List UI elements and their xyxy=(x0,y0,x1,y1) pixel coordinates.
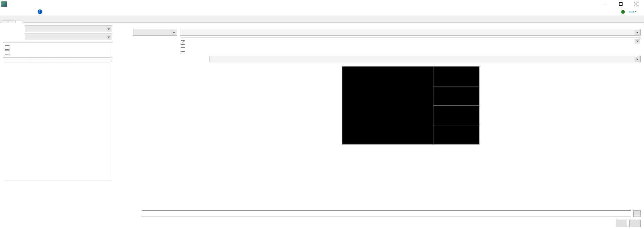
tab-ausgeben[interactable] xyxy=(15,20,23,23)
chevron-down-icon xyxy=(171,30,176,35)
menu-datei[interactable] xyxy=(3,11,8,13)
status-dot-icon xyxy=(621,10,625,14)
menu-extras[interactable] xyxy=(8,11,13,13)
svg-rect-1 xyxy=(619,3,623,6)
chevron-down-icon xyxy=(106,26,111,32)
menubar: i xyxy=(0,8,644,15)
tab-anschauen[interactable] xyxy=(8,20,15,23)
tone-combo[interactable] xyxy=(180,29,641,36)
col-markin[interactable] xyxy=(32,60,48,62)
col-video[interactable] xyxy=(64,60,112,62)
preview-video-3 xyxy=(433,86,479,106)
tab-aufnahme[interactable] xyxy=(1,20,8,23)
close-button[interactable] xyxy=(629,0,644,8)
preview-video-1 xyxy=(342,66,433,145)
format-combo[interactable] xyxy=(181,38,641,38)
preview-video-4 xyxy=(433,106,479,125)
exporttype-description xyxy=(118,38,178,145)
info-icon: i xyxy=(38,9,42,14)
export-button[interactable] xyxy=(629,220,641,227)
col-markout[interactable] xyxy=(48,60,64,62)
chevron-down-icon xyxy=(635,30,640,35)
chevron-down-icon xyxy=(106,35,111,40)
minimize-button[interactable] xyxy=(598,0,613,8)
marker-table xyxy=(3,60,112,180)
marker-subtitle-checkbox[interactable] xyxy=(181,40,185,45)
preview-filler xyxy=(433,125,479,145)
one-clip-checkbox xyxy=(5,50,9,55)
menu-sprache[interactable] xyxy=(19,11,24,13)
audio-mix-checkbox[interactable] xyxy=(181,47,185,52)
preview-video-2 xyxy=(433,66,479,86)
app-icon xyxy=(1,1,7,7)
exporttype-combo[interactable] xyxy=(133,29,177,36)
maximize-button[interactable] xyxy=(613,0,629,8)
mask-preview xyxy=(342,66,479,145)
left-panel xyxy=(0,23,113,229)
target-input[interactable] xyxy=(142,210,631,217)
only-areas-checkbox[interactable] xyxy=(5,45,9,50)
right-panel xyxy=(113,23,644,229)
titlebar xyxy=(0,0,644,8)
project-combo[interactable] xyxy=(25,25,112,32)
browse-button[interactable] xyxy=(633,210,641,217)
menu-hilfe[interactable] xyxy=(30,11,35,13)
chevron-down-icon xyxy=(635,57,640,62)
recording-combo[interactable] xyxy=(25,34,112,40)
time-badge xyxy=(635,11,636,12)
menu-addons[interactable] xyxy=(24,11,30,13)
open-folder-button[interactable] xyxy=(616,220,627,227)
chevron-down-icon xyxy=(635,39,640,44)
main-tabs xyxy=(0,15,644,23)
mask-combo[interactable] xyxy=(210,56,641,62)
menu-steuerung[interactable] xyxy=(13,11,19,13)
areas-group xyxy=(3,42,112,58)
rectime-label[interactable] xyxy=(629,11,634,12)
col-name[interactable] xyxy=(3,60,32,62)
